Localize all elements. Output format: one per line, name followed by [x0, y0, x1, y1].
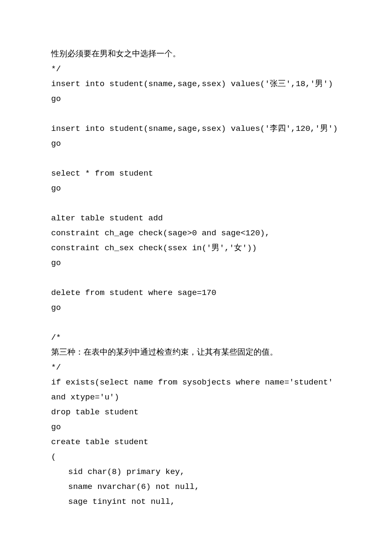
code-line: insert into student(sname,sage,ssex) val… — [51, 121, 341, 136]
code-line: insert into student(sname,sage,ssex) val… — [51, 77, 341, 92]
code-line: go — [51, 301, 341, 315]
code-line: if exists(select name from sysobjects wh… — [51, 375, 341, 405]
code-line: create table student — [51, 435, 341, 450]
code-line: go — [51, 420, 341, 435]
code-line: */ — [51, 62, 341, 77]
code-line: go — [51, 256, 341, 271]
code-line: alter table student add — [51, 211, 341, 226]
code-line — [51, 107, 341, 121]
code-line: sid char(8) primary key, — [51, 465, 341, 480]
code-line: 第三种：在表中的某列中通过检查约束，让其有某些固定的值。 — [51, 345, 341, 360]
code-line: constraint ch_sex check(ssex in('男','女')… — [51, 241, 341, 256]
code-line: drop table student — [51, 405, 341, 420]
code-line: sage tinyint not null, — [51, 494, 341, 509]
code-line: */ — [51, 360, 341, 375]
code-line — [51, 315, 341, 330]
code-line — [51, 151, 341, 166]
code-line — [51, 271, 341, 286]
code-line — [51, 196, 341, 211]
code-line: delete from student where sage=170 — [51, 286, 341, 301]
code-line: 性别必须要在男和女之中选择一个。 — [51, 47, 341, 62]
code-line: go — [51, 136, 341, 151]
code-line: go — [51, 181, 341, 196]
document-content: 性别必须要在男和女之中选择一个。*/insert into student(sn… — [51, 47, 341, 509]
code-line: sname nvarchar(6) not null, — [51, 480, 341, 494]
code-line: go — [51, 92, 341, 107]
code-line: /* — [51, 330, 341, 345]
code-line: select * from student — [51, 166, 341, 181]
code-line: constraint ch_age check(sage>0 and sage<… — [51, 226, 341, 241]
code-line: ( — [51, 450, 341, 465]
